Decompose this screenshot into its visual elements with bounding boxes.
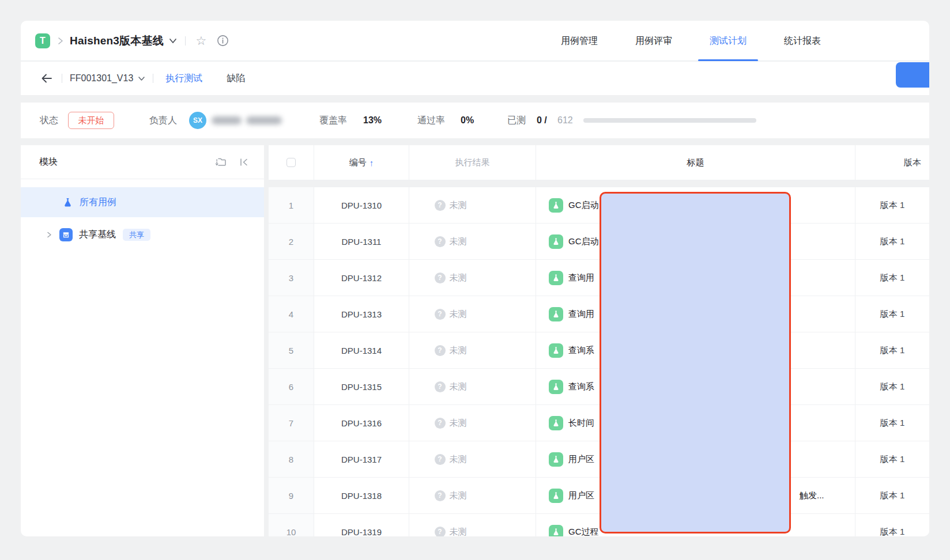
baseline-icon (59, 228, 73, 241)
table-body: 1 DPU-1310 ? 未测 GC启动 版本 1 2 DPU-1311 ? 未… (269, 187, 929, 536)
tested-value: 0 / (537, 115, 547, 126)
main-nav-tabs: 用例管理 用例评审 测试计划 统计报表 (561, 21, 821, 61)
info-icon[interactable] (216, 33, 231, 48)
tab-case-management[interactable]: 用例管理 (561, 21, 598, 61)
row-number: 9 (269, 478, 314, 513)
case-id[interactable]: DPU-1312 (314, 260, 409, 296)
case-id[interactable]: DPU-1313 (314, 296, 409, 332)
case-id[interactable]: DPU-1316 (314, 405, 409, 441)
untested-question-icon: ? (435, 200, 446, 211)
app-header: T Haishen3版本基线 ☆ 用例管理 用例评审 测试计划 统计报表 (21, 21, 929, 61)
collapse-sidebar-icon[interactable] (236, 154, 251, 169)
execution-result-cell[interactable]: ? 未测 (409, 514, 536, 536)
shared-badge: 共享 (123, 229, 150, 241)
execution-result-cell[interactable]: ? 未测 (409, 187, 536, 223)
execution-result-cell[interactable]: ? 未测 (409, 441, 536, 477)
execution-result-cell[interactable]: ? 未测 (409, 405, 536, 441)
row-number: 8 (269, 441, 314, 477)
table-row[interactable]: 1 DPU-1310 ? 未测 GC启动 版本 1 (269, 187, 929, 224)
execution-result-cell[interactable]: ? 未测 (409, 478, 536, 513)
folder-switch-icon[interactable] (213, 154, 228, 169)
view-tab-execute-test[interactable]: 执行测试 (165, 73, 202, 85)
table-row[interactable]: 2 DPU-1311 ? 未测 GC启动 版本 1 (269, 224, 929, 260)
execution-result-cell[interactable]: ? 未测 (409, 369, 536, 404)
select-all-checkbox[interactable] (286, 158, 296, 167)
sidebar-item-label: 所有用例 (80, 196, 116, 209)
result-label: 未测 (450, 381, 467, 392)
plan-dropdown-chevron-icon (138, 76, 145, 81)
execution-result-cell[interactable]: ? 未测 (409, 296, 536, 332)
back-arrow-icon[interactable] (39, 71, 54, 86)
case-id[interactable]: DPU-1314 (314, 332, 409, 368)
app-logo[interactable]: T (35, 33, 50, 48)
column-header-version[interactable]: 版本 (855, 145, 929, 180)
case-id[interactable]: DPU-1315 (314, 369, 409, 404)
table-row[interactable]: 10 DPU-1319 ? 未测 GC过程 版本 1 (269, 514, 929, 536)
sidebar-item-shared-baseline[interactable]: 共享基线 共享 (21, 220, 264, 249)
table-row[interactable]: 8 DPU-1317 ? 未测 用户区 版本 1 (269, 441, 929, 478)
row-number: 2 (269, 224, 314, 259)
owner-avatar[interactable]: SX (189, 112, 206, 129)
table-row[interactable]: 5 DPU-1314 ? 未测 查询系 版本 1 (269, 332, 929, 369)
page-title[interactable]: Haishen3版本基线 (70, 33, 164, 48)
case-title: 查询用 (568, 273, 594, 283)
untested-question-icon: ? (435, 418, 446, 429)
tab-case-review[interactable]: 用例评审 (635, 21, 672, 61)
plan-selector[interactable]: FF001301_V13 (70, 73, 145, 84)
pass-rate-label: 通过率 (417, 115, 445, 127)
case-id[interactable]: DPU-1318 (314, 478, 409, 513)
owner-name-redacted (212, 116, 242, 124)
case-title: 查询系 (568, 381, 594, 392)
add-test-case-button[interactable] (896, 62, 929, 88)
case-id[interactable]: DPU-1311 (314, 224, 409, 259)
untested-question-icon: ? (435, 381, 446, 392)
result-label: 未测 (450, 236, 467, 247)
case-id[interactable]: DPU-1319 (314, 514, 409, 536)
case-version: 版本 1 (855, 296, 929, 332)
execution-result-cell[interactable]: ? 未测 (409, 260, 536, 296)
table-row[interactable]: 9 DPU-1318 ? 未测 用户区 触发... 版本 1 (269, 478, 929, 514)
sort-asc-icon: ↑ (370, 158, 374, 168)
test-case-icon (549, 525, 563, 537)
breadcrumb-chevron-icon (57, 37, 64, 45)
tab-test-plan[interactable]: 测试计划 (710, 21, 747, 61)
table-row[interactable]: 6 DPU-1315 ? 未测 查询系 版本 1 (269, 369, 929, 405)
view-tab-defects[interactable]: 缺陷 (227, 73, 245, 85)
favorite-star-icon[interactable]: ☆ (194, 33, 209, 48)
column-header-result[interactable]: 执行结果 (409, 145, 536, 180)
result-label: 未测 (450, 418, 467, 429)
table-row[interactable]: 7 DPU-1316 ? 未测 长时间 版本 1 (269, 405, 929, 441)
divider (21, 179, 264, 179)
pass-rate-value: 0% (461, 115, 474, 126)
case-title: 用户区 (568, 490, 594, 501)
sidebar-item-all-cases[interactable]: 所有用例 (21, 187, 264, 217)
execution-result-cell[interactable]: ? 未测 (409, 332, 536, 368)
table-row[interactable]: 3 DPU-1312 ? 未测 查询用 版本 1 (269, 260, 929, 296)
test-case-icon (549, 489, 563, 503)
case-title: GC启动 (568, 236, 599, 247)
expand-chevron-icon[interactable] (46, 231, 52, 239)
status-badge: 未开始 (68, 112, 114, 129)
annotation-overlay (600, 192, 791, 533)
title-dropdown-chevron-icon[interactable] (169, 38, 177, 44)
column-header-id[interactable]: 编号 ↑ (314, 145, 409, 180)
result-label: 未测 (450, 527, 467, 537)
case-id[interactable]: DPU-1310 (314, 187, 409, 223)
case-version: 版本 1 (855, 405, 929, 441)
sidebar-title: 模块 (39, 156, 205, 168)
sidebar-header: 模块 (21, 145, 264, 179)
tab-statistics-report[interactable]: 统计报表 (784, 21, 821, 61)
table-header: 编号 ↑ 执行结果 标题 版本 (269, 145, 929, 180)
coverage-value: 13% (363, 115, 382, 126)
divider (62, 74, 62, 83)
result-label: 未测 (450, 490, 467, 501)
column-header-title[interactable]: 标题 (536, 145, 855, 180)
row-number: 10 (269, 514, 314, 536)
table-row[interactable]: 4 DPU-1313 ? 未测 查询用 版本 1 (269, 296, 929, 332)
row-number: 1 (269, 187, 314, 223)
case-title: 用户区 (568, 454, 594, 465)
column-label: 执行结果 (455, 157, 490, 168)
case-id[interactable]: DPU-1317 (314, 441, 409, 477)
execution-result-cell[interactable]: ? 未测 (409, 224, 536, 259)
plan-toolbar: FF001301_V13 执行测试 缺陷 (21, 62, 929, 95)
